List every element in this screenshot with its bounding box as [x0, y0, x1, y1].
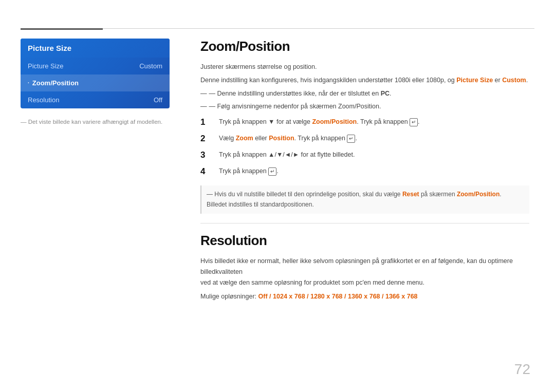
step-3-text: Tryk på knappen ▲/▼/◄/► for at flytte bi…: [219, 150, 355, 160]
menu-item-zoom-label: Zoom/Position: [32, 79, 162, 87]
zoom-desc2-plain: Denne indstilling kan konfigureres, hvis…: [200, 77, 456, 84]
menu-item-resolution[interactable]: Resolution Off: [21, 91, 170, 108]
zoom-note1-end: .: [390, 90, 391, 97]
step-4: 4 Tryk på knappen ↵.: [200, 166, 529, 177]
menu-item-picture-size-label: Picture Size: [28, 62, 139, 70]
menu-item-resolution-label: Resolution: [28, 96, 154, 104]
zoom-note1: ― ― Denne indstilling understøttes ikke,…: [200, 88, 529, 99]
zoom-note2-end: .: [379, 103, 381, 110]
reset-note-line2: Billedet indstilles til standardposition…: [207, 200, 524, 210]
menu-panel: Picture Size Picture Size Custom · Zoom/…: [21, 39, 170, 108]
steps-list: 1 Tryk på knappen ▼ for at vælge Zoom/Po…: [200, 117, 529, 177]
zoom-desc2-bold2: Custom: [502, 77, 526, 84]
zoom-desc2-end: .: [526, 77, 528, 84]
reset-note-line1: ― Hvis du vil nulstille billedet til den…: [207, 190, 524, 199]
menu-item-picture-size-value: Custom: [139, 62, 162, 70]
step-1: 1 Tryk på knappen ▼ for at vælge Zoom/Po…: [200, 117, 529, 128]
step-2-btn: ↵: [347, 135, 355, 143]
zoom-desc2: Denne indstilling kan konfigureres, hvis…: [200, 75, 529, 85]
zoom-section: Zoom/Position Justerer skærmens størrels…: [200, 39, 529, 214]
menu-item-zoom-dot: ·: [28, 80, 29, 86]
zoom-desc1: Justerer skærmens størrelse og position.: [200, 62, 529, 72]
resolution-section-title: Resolution: [200, 233, 529, 249]
step-1-highlight: Zoom/Position: [312, 118, 357, 125]
top-bar-accent: [21, 28, 103, 30]
main-content: Zoom/Position Justerer skærmens størrels…: [200, 39, 529, 300]
step-2-text: Vælg Zoom eller Position. Tryk på knappe…: [219, 133, 357, 143]
zoom-desc2-bold1: Picture Size: [456, 77, 493, 84]
step-4-btn: ↵: [268, 167, 276, 176]
resolution-options: Mulige opløsninger: Off / 1024 x 768 / 1…: [200, 293, 529, 300]
menu-panel-title: Picture Size: [21, 39, 170, 58]
step-4-text: Tryk på knappen ↵.: [219, 166, 279, 176]
zoom-note2: ― ― Følg anvisningerne nedenfor på skærm…: [200, 101, 529, 111]
step-3-num: 3: [200, 150, 216, 161]
step-2-num: 2: [200, 133, 216, 144]
reset-note: ― Hvis du vil nulstille billedet til den…: [200, 185, 529, 213]
resolution-section: Resolution Hvis billedet ikke er normalt…: [200, 233, 529, 300]
zoom-note1-bold: PC: [381, 90, 390, 97]
step-1-num: 1: [200, 117, 216, 128]
resolution-desc1b: ved at vælge den samme opløsning for pro…: [200, 279, 424, 286]
reset-bold2: Zoom/Position: [457, 191, 499, 198]
resolution-desc1: Hvis billedet ikke er normalt, heller ik…: [200, 256, 529, 289]
menu-item-picture-size[interactable]: Picture Size Custom: [21, 58, 170, 74]
step-1-btn: ↵: [410, 118, 418, 126]
menu-item-resolution-value: Off: [154, 96, 162, 104]
zoom-note2-plain: ― Følg anvisningerne nedenfor på skærmen: [209, 103, 339, 110]
reset-bold1: Reset: [402, 191, 419, 198]
zoom-desc2-mid: er: [493, 77, 502, 84]
resolution-options-plain: Mulige opløsninger:: [200, 293, 258, 300]
step-2-position: Position: [269, 135, 294, 142]
step-2: 2 Vælg Zoom eller Position. Tryk på knap…: [200, 133, 529, 144]
sidebar: Picture Size Picture Size Custom · Zoom/…: [21, 39, 170, 126]
section-divider: [200, 223, 529, 223]
step-4-num: 4: [200, 166, 216, 177]
zoom-note1-plain: ― Denne indstilling understøttes ikke, n…: [209, 90, 381, 97]
step-3: 3 Tryk på knappen ▲/▼/◄/► for at flytte …: [200, 150, 529, 161]
zoom-note2-bold: Zoom/Position: [338, 103, 379, 110]
resolution-options-values: Off / 1024 x 768 / 1280 x 768 / 1360 x 7…: [258, 293, 418, 300]
resolution-desc1a: Hvis billedet ikke er normalt, heller ik…: [200, 257, 513, 275]
sidebar-note: ― Det viste billede kan variere afhængig…: [21, 118, 170, 126]
menu-item-zoom-position[interactable]: · Zoom/Position: [21, 74, 170, 91]
step-1-text: Tryk på knappen ▼ for at vælge Zoom/Posi…: [219, 117, 420, 127]
step-2-zoom: Zoom: [236, 135, 253, 142]
page-number: 72: [514, 361, 530, 378]
zoom-section-title: Zoom/Position: [200, 39, 529, 54]
